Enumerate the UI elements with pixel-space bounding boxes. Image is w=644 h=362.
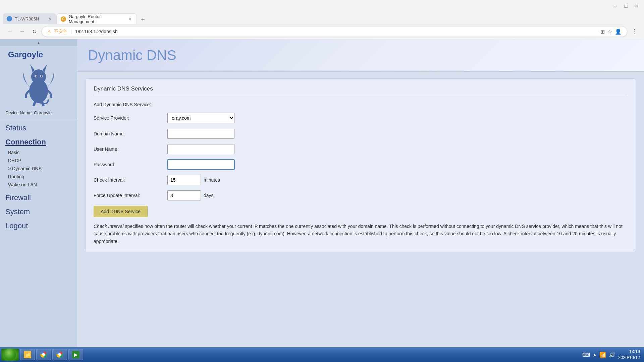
password-input[interactable] [167,160,234,170]
maximize-button[interactable]: □ [621,1,631,11]
force-update-row: Force Update Interval: 3 days [94,190,628,200]
user-name-label: User Name: [94,146,167,152]
new-tab-button[interactable]: + [138,15,148,24]
expand-tray-icon[interactable]: ▲ [593,352,597,357]
back-button[interactable]: ← [5,27,15,36]
tab-close-2[interactable]: ✕ [127,16,132,22]
taskbar-clock[interactable]: 13:19 2020/10/12 [618,349,640,361]
forward-button[interactable]: → [17,27,27,36]
check-interval-term: Check Interval [94,224,123,229]
taskbar-app-green[interactable]: ▶ [68,349,83,360]
address-box[interactable]: ⚠ 不安全 | 192.168.1.2/ddns.sh ⊞ ☆ 👤 [42,26,627,37]
browser-menu-button[interactable]: ⋮ [630,26,639,37]
tab-label-2: Gargoyle Router Management [69,14,125,24]
domain-name-input[interactable] [167,129,234,139]
dns-services-card: Dynamic DNS Services Add Dynamic DNS Ser… [85,78,636,252]
tab-favicon-1 [7,16,12,21]
sidebar-item-dynamic-dns[interactable]: Dynamic DNS [0,165,77,173]
taskbar: 📁 ▶ [0,347,644,362]
sidebar-logo: Gargoyle [0,46,77,109]
gargoyle-image [18,59,59,106]
service-provider-control: oray.com dyndns.com no-ip.com changeip.c… [167,113,335,123]
info-text: Check Interval specifies how often the r… [94,223,628,245]
add-service-row: Add Dynamic DNS Service: [94,102,628,107]
sidebar-item-connection[interactable]: Connection [0,134,77,148]
taskbar-tray: ⌨ ▲ 📶 🔊 13:19 2020/10/12 [580,349,643,361]
address-text[interactable]: 192.168.1.2/ddns.sh [75,29,598,34]
taskbar-chrome-2[interactable] [52,349,67,360]
check-interval-control: 15 minutes [167,175,335,185]
svg-point-0 [8,17,11,20]
account-icon[interactable]: 👤 [615,28,622,35]
add-ddns-service-button[interactable]: Add DDNS Service [94,206,148,217]
add-service-label: Add Dynamic DNS Service: [94,102,167,107]
close-button[interactable]: ✕ [632,1,641,11]
sidebar-nav: Status Connection Basic DHCP Dynamic DNS… [0,118,77,362]
user-name-control [167,144,335,154]
check-interval-unit: minutes [204,177,220,183]
check-interval-row: Check Interval: 15 minutes [94,175,628,185]
clock-time: 13:19 [618,349,640,355]
security-warning-icon: ⚠ [47,29,51,34]
reload-button[interactable]: ↻ [30,27,39,36]
domain-name-row: Domain Name: [94,129,628,139]
service-provider-select[interactable]: oray.com dyndns.com no-ip.com changeip.c… [167,113,234,123]
svg-point-8 [41,75,42,77]
volume-icon[interactable]: 🔊 [609,352,615,358]
chrome-icon-1 [40,351,47,358]
files-icon: 📁 [24,351,31,358]
sidebar-item-logout[interactable]: Logout [0,218,77,232]
tab-bar: TL-WR885N ✕ G Gargoyle Router Management… [0,12,644,24]
device-name: Device Name: Gargoyle [0,109,77,118]
svg-point-9 [35,78,42,82]
sidebar-item-firewall[interactable]: Firewall [0,189,77,203]
sidebar-item-basic[interactable]: Basic [0,148,77,157]
tab-label-1: TL-WR885N [15,16,39,21]
password-control [167,160,335,170]
chrome-icon-2 [56,351,63,358]
page-header: Dynamic DNS [77,39,644,72]
tab-tl-wr885n[interactable]: TL-WR885N ✕ [3,13,56,24]
keyboard-icon[interactable]: ⌨ [582,352,590,358]
password-row: Password: [94,160,628,170]
sidebar-scroll-up[interactable]: ▲ [0,39,77,46]
browser-title-bar: ─ □ ✕ TL-WR885N ✕ G Gargoyle Router Mana… [0,0,644,39]
sidebar: ▲ Gargoyle [0,39,77,362]
content-area: Dynamic DNS Dynamic DNS Services Add Dyn… [77,39,644,362]
start-button[interactable] [1,349,19,361]
tab-gargoyle[interactable]: G Gargoyle Router Management ✕ [56,13,137,24]
tab-favicon-2: G [61,16,66,22]
sidebar-item-routing[interactable]: Routing [0,173,77,181]
taskbar-files[interactable]: 📁 [20,349,35,360]
user-name-input[interactable] [167,144,234,154]
taskbar-chrome-1[interactable] [36,349,51,360]
user-name-row: User Name: [94,144,628,154]
security-warning-text: 不安全 [54,28,67,35]
translate-icon[interactable]: ⊞ [600,28,605,35]
start-orb [4,349,16,361]
password-label: Password: [94,162,167,167]
svg-marker-3 [30,64,35,72]
green-app-icon: ▶ [72,351,79,358]
sidebar-item-status[interactable]: Status [0,120,77,134]
connection-submenu: Basic DHCP Dynamic DNS Routing Wake on L… [0,148,77,189]
force-update-input[interactable]: 3 [167,190,201,200]
sidebar-item-dhcp[interactable]: DHCP [0,157,77,165]
sidebar-item-system[interactable]: System [0,203,77,218]
address-bar: ← → ↻ ⚠ 不安全 | 192.168.1.2/ddns.sh ⊞ ☆ 👤 … [0,24,644,39]
domain-name-label: Domain Name: [94,131,167,136]
minimize-button[interactable]: ─ [610,1,620,11]
bookmark-icon[interactable]: ☆ [607,28,612,35]
tab-close-1[interactable]: ✕ [47,16,52,21]
force-update-unit: days [204,193,214,198]
check-interval-input[interactable]: 15 [167,175,201,185]
address-icons: ⊞ ☆ 👤 [600,28,622,35]
clock-date: 2020/10/12 [618,355,640,361]
add-button-container: Add DDNS Service [94,206,628,217]
svg-point-12 [43,354,45,356]
sidebar-logo-title: Gargoyle [3,50,43,59]
network-icon[interactable]: 📶 [599,352,606,358]
address-separator: | [70,29,72,34]
force-update-control: 3 days [167,190,335,200]
sidebar-item-wake-on-lan[interactable]: Wake on LAN [0,181,77,189]
